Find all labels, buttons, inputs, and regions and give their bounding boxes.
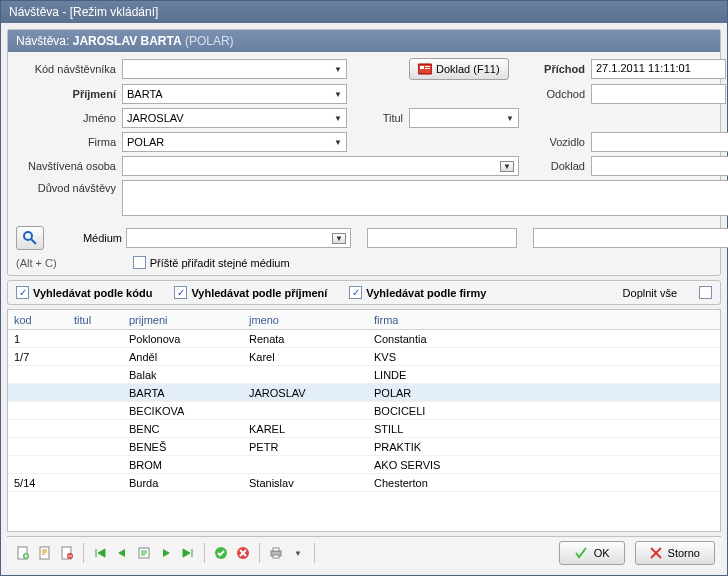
surname-label: Příjmení [16,88,116,100]
prev-record-button[interactable] [112,543,132,563]
search-by-code-label: Vyhledávat podle kódu [33,287,152,299]
toolbar-separator [314,543,315,563]
toolbar-separator [83,543,84,563]
table-row[interactable]: BENCKARELSTILL [8,420,720,438]
svg-rect-18 [40,547,49,559]
fill-all-checkbox[interactable] [699,286,712,299]
table-row[interactable]: BECIKOVABOCICELI [8,402,720,420]
dropdown-button-icon[interactable]: ▼ [332,233,346,244]
table-row[interactable]: 5/14BurdaStanislavChesterton [8,474,720,492]
media-combo[interactable]: ▼ [126,228,351,248]
table-row[interactable]: BalakLINDE [8,366,720,384]
search-by-company-checkbox[interactable]: ✓ Vyhledávat podle firmy [349,286,486,299]
ok-button[interactable]: OK [559,541,625,565]
media-extra2-input[interactable] [533,228,728,248]
dropdown-button-icon[interactable]: ▼ [500,161,514,172]
visited-person-combo[interactable]: ▼ [122,156,519,176]
search-by-surname-label: Vyhledávat podle příjmení [191,287,327,299]
vehicle-combo[interactable]: ▼ [591,132,728,152]
cell-firma: AKO SERVIS [374,459,699,471]
assign-same-checkbox[interactable]: Příště přiřadit stejné médium [133,256,290,269]
reason-textarea[interactable] [122,180,728,216]
cell-jmeno: Stanislav [249,477,374,489]
confirm-button[interactable] [211,543,231,563]
col-prijmeni[interactable]: prijmeni [129,314,249,326]
title-label: Titul [353,112,403,124]
close-icon [650,547,662,559]
visitor-header: Návštěva: JAROSLAV BARTA (POLAR) [8,30,720,52]
table-row[interactable]: BENEŠPETRPRAKTIK [8,438,720,456]
last-record-button[interactable] [178,543,198,563]
svg-point-14 [24,232,32,240]
visitor-code-label: Kód návštěvníka [16,63,116,75]
cell-prijmeni: BARTA [129,387,249,399]
cell-firma: Constantia [374,333,699,345]
search-bar: ✓ Vyhledávat podle kódu ✓ Vyhledávat pod… [7,280,721,305]
refresh-button[interactable] [134,543,154,563]
form-area: Kód návštěvníka ▼ Doklad (F11) Příchod 2… [8,52,720,222]
firstname-label: Jméno [16,112,116,124]
media-sub-row: (Alt + C) Příště přiřadit stejné médium [8,254,720,275]
window-titlebar: Návštěva - [Režim vkládání] [1,1,727,23]
col-titul[interactable]: titul [74,314,129,326]
visitor-code-combo[interactable]: ▼ [122,59,347,79]
checkbox-box: ✓ [16,286,29,299]
first-record-button[interactable] [90,543,110,563]
cancel-circle-icon [236,546,250,560]
chevron-down-icon: ▼ [334,90,342,99]
visited-person-label: Navštívená osoba [16,160,116,172]
id-card-icon [418,63,432,75]
table-row[interactable]: BROMAKO SERVIS [8,456,720,474]
firstname-value: JAROSLAV [127,112,334,124]
company-combo[interactable]: POLAR ▼ [122,132,347,152]
new-record-button[interactable] [13,543,33,563]
cell-firma: KVS [374,351,699,363]
media-search-button[interactable] [16,226,44,250]
table-row[interactable]: 1PoklonovaRenataConstantia [8,330,720,348]
check-circle-icon [214,546,228,560]
document-combo[interactable]: ▼ [591,156,728,176]
cell-jmeno: JAROSLAV [249,387,374,399]
col-jmeno[interactable]: jmeno [249,314,374,326]
svg-rect-26 [273,555,279,558]
table-row[interactable]: 1/7AndělKarelKVS [8,348,720,366]
arrival-field: 27.1.2011 11:11:01 [591,59,728,79]
search-by-surname-checkbox[interactable]: ✓ Vyhledávat podle příjmení [174,286,327,299]
toolbar-separator [204,543,205,563]
print-dropdown[interactable]: ▼ [288,543,308,563]
table-row[interactable]: BARTAJAROSLAVPOLAR [8,384,720,402]
ok-button-label: OK [594,547,610,559]
arrival-input[interactable]: 27.1.2011 11:11:01 [591,59,726,79]
reason-label: Důvod návštěvy [16,180,116,194]
next-record-button[interactable] [156,543,176,563]
chevron-down-icon: ▼ [506,114,514,123]
col-kod[interactable]: kod [14,314,74,326]
cancel-edit-button[interactable] [233,543,253,563]
surname-combo[interactable]: BARTA ▼ [122,84,347,104]
cell-firma: Chesterton [374,477,699,489]
go-next-icon [159,546,173,560]
search-by-code-checkbox[interactable]: ✓ Vyhledávat podle kódu [16,286,152,299]
printer-icon [269,546,283,560]
firstname-combo[interactable]: JAROSLAV ▼ [122,108,347,128]
check-icon [574,546,588,560]
delete-record-button[interactable] [57,543,77,563]
media-hint: (Alt + C) [16,257,57,269]
departure-input[interactable] [591,84,726,104]
refresh-icon [137,546,151,560]
edit-record-button[interactable] [35,543,55,563]
checkbox-box: ✓ [174,286,187,299]
media-extra1-input[interactable] [367,228,517,248]
storno-button[interactable]: Storno [635,541,715,565]
window-title: Návštěva - [Režim vkládání] [9,5,158,19]
cell-jmeno: Renata [249,333,374,345]
print-button[interactable] [266,543,286,563]
fill-all-label: Doplnit vše [623,287,677,299]
grid-body: 1PoklonovaRenataConstantia1/7AndělKarelK… [8,330,720,531]
col-firma[interactable]: firma [374,314,699,326]
svg-rect-1 [420,66,424,69]
title-combo[interactable]: ▼ [409,108,519,128]
doklad-button[interactable]: Doklad (F11) [409,58,509,80]
cell-prijmeni: BENEŠ [129,441,249,453]
magnifier-icon [22,230,38,246]
